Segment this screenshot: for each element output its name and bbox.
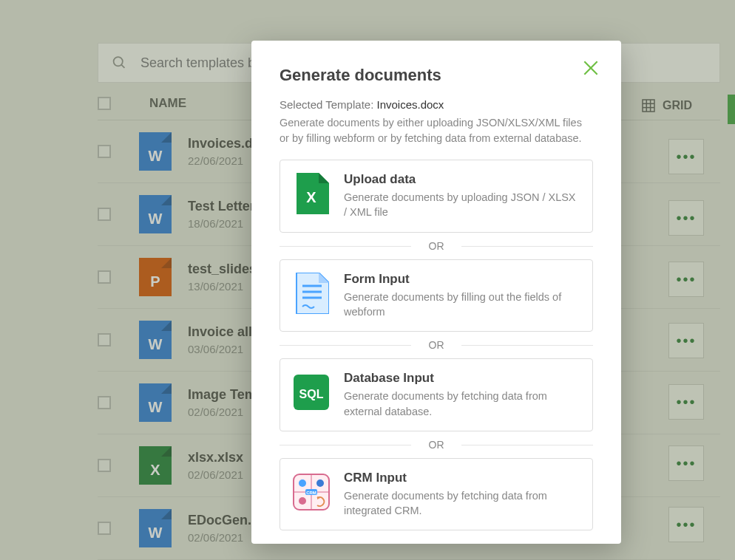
side-accent <box>728 95 735 124</box>
modal-description: Generate documents by either uploading J… <box>280 115 593 146</box>
row-checkbox[interactable] <box>98 208 111 221</box>
file-icon: W <box>139 321 172 359</box>
row-actions-button[interactable]: ••• <box>668 507 704 542</box>
svg-line-1 <box>121 65 124 68</box>
option-icon <box>292 272 331 315</box>
file-icon: W <box>139 195 172 233</box>
row-checkbox[interactable] <box>98 459 111 472</box>
crm-input-option[interactable]: CRM CRM Input Generate documents by fetc… <box>280 458 593 531</box>
file-icon: P <box>139 258 172 296</box>
column-name[interactable]: NAME <box>149 96 186 111</box>
svg-point-0 <box>114 57 123 66</box>
row-checkbox[interactable] <box>98 270 111 284</box>
row-actions-button[interactable]: ••• <box>668 200 704 236</box>
row-actions-button[interactable]: ••• <box>668 139 704 174</box>
select-all-checkbox[interactable] <box>98 97 111 110</box>
file-icon: W <box>139 132 172 171</box>
option-desc: Generate documents by uploading JSON / X… <box>344 190 580 220</box>
row-actions-button[interactable]: ••• <box>668 445 704 481</box>
svg-text:CRM: CRM <box>306 490 316 494</box>
option-icon: SQL <box>292 371 331 414</box>
option-desc: Generate documents by fetching data from… <box>344 389 580 419</box>
file-icon: W <box>139 383 172 422</box>
svg-point-19 <box>316 479 324 487</box>
row-checkbox[interactable] <box>98 522 111 535</box>
or-separator: OR <box>280 439 593 451</box>
row-actions-button[interactable]: ••• <box>668 323 704 358</box>
option-desc: Generate documents by filling out the fi… <box>344 290 580 320</box>
svg-point-22 <box>299 497 306 505</box>
option-title: Database Input <box>344 371 580 386</box>
close-button[interactable] <box>581 58 600 81</box>
svg-rect-2 <box>643 100 654 112</box>
grid-view-button[interactable]: GRID <box>642 99 692 112</box>
row-actions-button[interactable]: ••• <box>668 262 704 297</box>
generate-documents-modal: Generate documents Selected Template: In… <box>251 41 621 544</box>
row-checkbox[interactable] <box>98 333 111 346</box>
grid-label: GRID <box>663 99 692 112</box>
option-title: Upload data <box>344 172 580 187</box>
row-checkbox[interactable] <box>98 145 111 158</box>
file-name: xlsx.xlsx <box>188 450 243 465</box>
row-checkbox[interactable] <box>98 396 111 409</box>
file-icon: X <box>139 446 172 485</box>
option-icon: X <box>292 172 331 215</box>
option-desc: Generate documents by fetching data from… <box>344 488 580 519</box>
grid-icon <box>642 99 655 112</box>
option-title: Form Input <box>344 272 580 287</box>
file-icon: W <box>139 509 172 547</box>
search-icon <box>112 55 127 71</box>
or-separator: OR <box>280 240 593 252</box>
form-input-option[interactable]: Form Input Generate documents by filling… <box>280 259 593 332</box>
database-input-option[interactable]: SQL Database Input Generate documents by… <box>280 358 593 431</box>
file-date: 02/06/2021 <box>188 468 243 481</box>
upload-data-option[interactable]: X Upload data Generate documents by uplo… <box>280 160 593 233</box>
option-title: CRM Input <box>344 471 580 485</box>
svg-text:SQL: SQL <box>299 388 324 400</box>
or-separator: OR <box>280 339 593 351</box>
modal-title: Generate documents <box>280 66 593 85</box>
option-icon: CRM <box>292 471 331 513</box>
svg-point-18 <box>299 479 306 487</box>
svg-text:X: X <box>306 189 316 205</box>
selected-template: Selected Template: Invoices.docx <box>280 98 593 111</box>
row-actions-button[interactable]: ••• <box>668 384 704 420</box>
